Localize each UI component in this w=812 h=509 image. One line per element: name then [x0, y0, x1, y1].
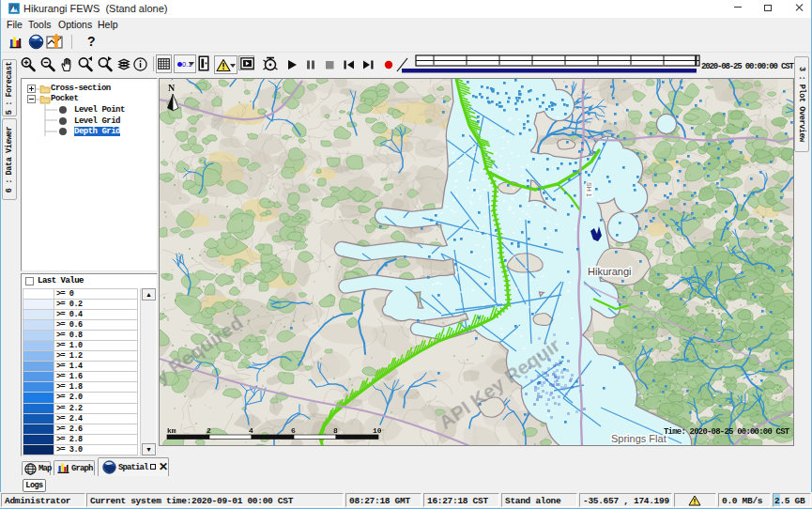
svg-text:4: 4 — [249, 426, 253, 435]
svg-text:Hikurangi: Hikurangi — [588, 266, 631, 277]
svg-text:Springs Flat: Springs Flat — [611, 433, 666, 444]
svg-text:SH 1: SH 1 — [586, 182, 592, 197]
svg-text:2: 2 — [207, 426, 211, 435]
svg-text:km: km — [167, 426, 176, 435]
svg-text:10: 10 — [373, 426, 382, 435]
svg-text:8: 8 — [333, 426, 338, 435]
svg-text:N: N — [168, 83, 176, 93]
svg-text:Time: 2020-08-25 00:00:00 CST: Time: 2020-08-25 00:00:00 CST — [664, 427, 790, 437]
svg-text:6: 6 — [291, 426, 296, 435]
